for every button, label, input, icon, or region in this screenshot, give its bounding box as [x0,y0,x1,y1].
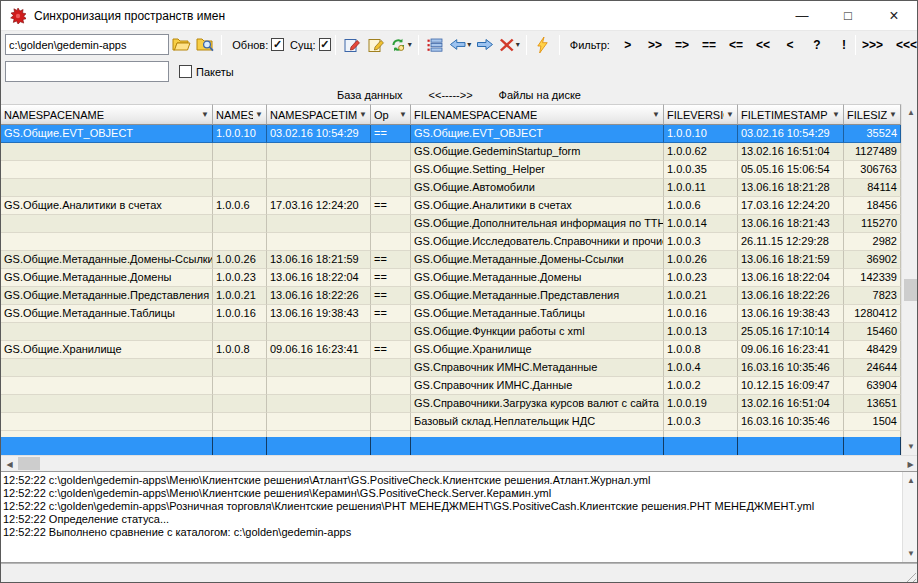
column-dropdown-icon[interactable]: ▼ [889,110,897,119]
grid-cell-fts[interactable]: 13.06.16 18:21:59 [738,251,844,269]
filter-button->>[interactable]: >> [648,38,662,52]
filter-button->[interactable]: > [621,38,635,52]
grid-cell-fsize[interactable]: 7823 [844,287,901,305]
grid-cell-nsver[interactable]: 1.0.0.8 [213,341,267,359]
grid-cell-nsts[interactable]: 09.06.16 16:23:41 [267,341,371,359]
grid-cell-ns[interactable] [1,143,213,161]
grid-cell-fsize[interactable]: 142339 [844,269,901,287]
grid-cell-fns[interactable]: GS.Общие.Метаданные.Домены-Ссылки [411,251,664,269]
grid-cell-nsver[interactable] [213,143,267,161]
grid-cell-fsize[interactable]: 18456 [844,197,901,215]
grid-cell-ns[interactable] [1,395,213,413]
column-header-fts[interactable]: FILETIMESTAMP▼ [738,104,844,125]
grid-cell-nsts[interactable] [267,143,371,161]
grid-cell-fns[interactable]: GS.Общие.Метаданные.Представления [411,287,664,305]
scroll-right-icon[interactable]: ▶ [902,456,918,472]
column-dropdown-icon[interactable]: ▼ [832,110,840,119]
grid-cell-op[interactable] [371,413,411,431]
grid-cell-fns[interactable]: GS.Справочник ИМНС.Данные [411,377,664,395]
grid-row[interactable]: GS.Общие.Аналитики в счетах1.0.0.617.03.… [1,197,901,215]
arrow-left-dropdown-caret[interactable]: ▾ [467,40,471,49]
grid-cell-fts[interactable]: 03.02.16 10:54:29 [738,125,844,143]
resize-grip[interactable] [903,570,916,583]
grid-cell-nsver[interactable]: 1.0.0.23 [213,269,267,287]
grid-cell-nsver[interactable]: 1.0.0.10 [213,125,267,143]
grid-cell-ns[interactable]: GS.Общие.Хранилище [1,341,213,359]
grid-row[interactable]: GS.Справочник ИМНС.Метаданные1.0.0.416.0… [1,359,901,377]
grid-cell-fver[interactable]: 1.0.0.3 [664,233,738,251]
grid-cell-ns[interactable]: GS.Общие.Метаданные.Домены-Ссылки [1,251,213,269]
grid-cell-nsver[interactable] [213,161,267,179]
grid-cell-ns[interactable]: GS.Общие.Метаданные.Представления [1,287,213,305]
grid-cell-fts[interactable]: 13.06.16 18:21:28 [738,179,844,197]
column-dropdown-icon[interactable]: ▼ [255,110,263,119]
filter-button-![interactable]: ! [837,38,851,52]
column-header-nsts[interactable]: NAMESPACETIMES▼ [267,104,371,125]
grid-cell-op[interactable]: == [371,197,411,215]
grid-cell-ns[interactable]: GS.Общие.Аналитики в счетах [1,197,213,215]
delete-x-icon[interactable]: ▾ [497,33,522,57]
grid-cell-op[interactable] [371,215,411,233]
filter-button-<<<[interactable]: <<< [896,38,917,52]
grid-cell-fns[interactable]: GS.Общие.Исследователь.Справочники и про… [411,233,664,251]
grid-cell-nsver[interactable] [213,377,267,395]
grid-cell-nsts[interactable] [267,437,371,455]
grid-cell-op[interactable] [371,323,411,341]
grid-cell-fver[interactable]: 1.0.0.26 [664,251,738,269]
grid-cell-op[interactable] [371,437,411,455]
column-header-fver[interactable]: FILEVERSIO▼ [664,104,738,125]
grid-cell-fns[interactable]: GS.Общие.Функции работы с xml [411,323,664,341]
grid-cell-fts[interactable]: 17.03.16 12:24:20 [738,197,844,215]
grid-cell-fsize[interactable]: 36902 [844,251,901,269]
grid-row[interactable]: GS.Общие.Автомобили1.0.0.1113.06.16 18:2… [1,179,901,197]
log-scroll-down-icon[interactable]: ▼ [903,546,918,561]
grid-cell-fts[interactable]: 10.12.15 16:09:47 [738,377,844,395]
grid-cell-op[interactable]: == [371,287,411,305]
grid-cell-nsts[interactable] [267,215,371,233]
grid-cell-nsts[interactable]: 03.02.16 10:54:29 [267,125,371,143]
column-header-fsize[interactable]: FILESIZE▼ [844,104,901,125]
grid-cell-nsver[interactable] [213,395,267,413]
grid-cell-fts[interactable]: 13.02.16 16:51:04 [738,395,844,413]
grid-cell-fns[interactable]: GS.Общие.GedeminStartup_form [411,143,664,161]
edit-namespace-icon[interactable] [340,33,364,57]
filter-button-=>[interactable]: => [675,38,689,52]
grid-cell-fver[interactable]: 1.0.0.11 [664,179,738,197]
grid-cell-fsize[interactable]: 48429 [844,341,901,359]
grid-cell-fns[interactable]: GS.Общие.Дополнительная информация по ТТ… [411,215,664,233]
grid-cell-fns[interactable]: GS.Общие.Хранилище [411,341,664,359]
grid-cell-fts[interactable]: 13.06.16 18:22:26 [738,287,844,305]
filter-button->>>[interactable]: >>> [862,38,883,52]
list-markers-icon[interactable] [423,33,447,57]
packages-checkbox[interactable]: ✓ [179,65,192,78]
grid-cell-nsts[interactable] [267,395,371,413]
path-input[interactable] [5,34,169,55]
grid-cell-fsize[interactable]: 1127489 [844,143,901,161]
grid-cell-fns[interactable]: GS.Общие.Автомобили [411,179,664,197]
grid-row[interactable]: GS.Общие.Метаданные.Таблицы1.0.0.1613.06… [1,305,901,323]
filter-button-<<[interactable]: << [756,38,770,52]
grid-cell-fsize[interactable]: 13651 [844,395,901,413]
grid-cell-fver[interactable]: 1.0.0.13 [664,323,738,341]
grid-cell-nsts[interactable] [267,413,371,431]
grid-cell-ns[interactable]: GS.Общие.Метаданные.Таблицы [1,305,213,323]
grid-cell-nsver[interactable] [213,437,267,455]
arrow-right-icon[interactable] [473,33,497,57]
column-dropdown-icon[interactable]: ▼ [201,110,209,119]
grid-row[interactable]: GS.Общие.GedeminStartup_form1.0.0.6213.0… [1,143,901,161]
grid-cell-fver[interactable]: 1.0.0.21 [664,287,738,305]
grid-cell-fts[interactable] [738,437,844,455]
column-header-op[interactable]: Op▼ [371,104,411,125]
grid-cell-fsize[interactable]: 84114 [844,179,901,197]
grid-cell-fns[interactable]: GS.Общие.Аналитики в счетах [411,197,664,215]
grid-row[interactable]: GS.Справочник ИМНС.Данные1.0.0.210.12.15… [1,377,901,395]
grid-row[interactable]: GS.Общие.Исследователь.Справочники и про… [1,233,901,251]
grid-cell-fver[interactable]: 1.0.0.19 [664,395,738,413]
grid-cell-fns[interactable]: GS.Общие.EVT_OBJECT [411,125,664,143]
grid-cell-fts[interactable]: 13.02.16 16:51:04 [738,143,844,161]
compare-dropdown-caret[interactable]: ▾ [408,40,412,49]
grid-cell-fver[interactable]: 1.0.0.8 [664,341,738,359]
grid-cell-ns[interactable] [1,161,213,179]
grid-cell-op[interactable] [371,359,411,377]
grid-row[interactable]: GS.Общие.Функции работы с xml1.0.0.1325.… [1,323,901,341]
